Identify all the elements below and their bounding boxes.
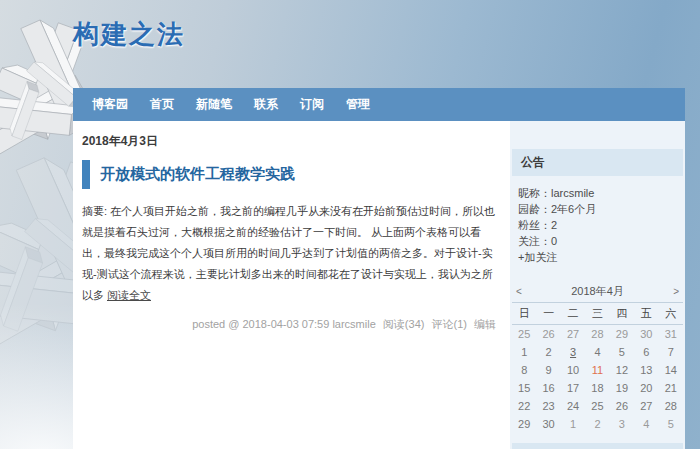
post-summary: 摘要: 在个人项目开始之前，我之前的编程几乎从来没有在开始前预估过时间，所以也就… — [82, 201, 500, 306]
calendar-day: 3 — [610, 415, 634, 433]
calendar-day: 16 — [536, 379, 560, 397]
calendar-day: 30 — [536, 415, 560, 433]
calendar-day: 4 — [634, 415, 658, 433]
follow-link[interactable]: +加关注 — [518, 249, 557, 265]
nav-item-home[interactable]: 首页 — [150, 96, 174, 113]
calendar-day: 29 — [610, 325, 634, 343]
calendar-day: 23 — [536, 397, 560, 415]
comments-link[interactable]: 评论(1) — [431, 318, 466, 330]
read-more-link[interactable]: 阅读全文 — [107, 289, 151, 301]
sidebar: 公告 昵称：larcsmile园龄：2年6个月粉丝：2关注：0+加关注 < 20… — [510, 121, 685, 449]
calendar-day: 12 — [610, 361, 634, 379]
calendar-day: 25 — [512, 325, 536, 343]
calendar-day: 31 — [659, 325, 683, 343]
calendar-day: 26 — [610, 397, 634, 415]
nav-item-new-post[interactable]: 新随笔 — [196, 96, 232, 113]
calendar-day: 27 — [634, 397, 658, 415]
edit-link[interactable]: 编辑 — [474, 318, 496, 330]
calendar-day: 9 — [536, 361, 560, 379]
calendar-day: 21 — [659, 379, 683, 397]
notice-section: 公告 昵称：larcsmile园龄：2年6个月粉丝：2关注：0+加关注 — [512, 149, 683, 273]
calendar-day: 25 — [585, 397, 609, 415]
calendar-title: 2018年4月 — [528, 284, 667, 299]
calendar-day: 4 — [585, 343, 609, 361]
calendar-day: 7 — [659, 343, 683, 361]
calendar-day: 24 — [561, 397, 585, 415]
notice-row-fans: 粉丝：2 — [518, 217, 677, 233]
calendar-day: 22 — [512, 397, 536, 415]
calendar-day: 5 — [610, 343, 634, 361]
calendar-prev-button[interactable]: < — [516, 286, 528, 297]
blog-header: 构建之法 — [73, 0, 685, 88]
notice-title: 公告 — [512, 149, 683, 176]
calendar-day: 19 — [610, 379, 634, 397]
notice-row-following: 关注：0 — [518, 233, 677, 249]
calendar-day: 15 — [512, 379, 536, 397]
calendar-next-button[interactable]: > — [667, 286, 679, 297]
calendar-day: 2 — [536, 343, 560, 361]
page-container: 构建之法 博客园首页新随笔联系订阅管理 2018年4月3日 开放模式的软件工程教… — [73, 0, 685, 449]
post-meta: posted @ 2018-04-03 07:59 larcsmile 阅读(3… — [82, 317, 500, 332]
calendar-grid: 2526272829303112345678910111213141516171… — [512, 325, 683, 433]
nav-bar: 博客园首页新随笔联系订阅管理 — [73, 88, 685, 121]
calendar-day: 6 — [634, 343, 658, 361]
calendar-day: 28 — [659, 397, 683, 415]
calendar-weekday: 一 — [536, 306, 560, 321]
calendar-section: < 2018年4月 > 日一二三四五六 25262728293031123456… — [512, 281, 683, 433]
calendar-day: 13 — [634, 361, 658, 379]
main-column: 2018年4月3日 开放模式的软件工程教学实践 摘要: 在个人项目开始之前，我之… — [73, 121, 510, 449]
calendar-day: 2 — [585, 415, 609, 433]
calendar-weekday: 五 — [634, 306, 658, 321]
calendar-nav: < 2018年4月 > — [512, 281, 683, 302]
post-summary-text: 摘要: 在个人项目开始之前，我之前的编程几乎从来没有在开始前预估过时间，所以也就… — [82, 205, 495, 301]
calendar-day: 20 — [634, 379, 658, 397]
calendar-day: 28 — [585, 325, 609, 343]
calendar-weekdays: 日一二三四五六 — [512, 302, 683, 325]
nav-item-manage[interactable]: 管理 — [346, 96, 370, 113]
blog-title[interactable]: 构建之法 — [73, 0, 185, 52]
calendar-day: 1 — [512, 343, 536, 361]
nav-item-subscribe[interactable]: 订阅 — [300, 96, 324, 113]
search-section: 搜索 找找看 谷歌搜索 — [512, 443, 683, 449]
calendar-day: 5 — [659, 415, 683, 433]
calendar-day[interactable]: 3 — [561, 343, 585, 361]
calendar-day: 17 — [561, 379, 585, 397]
calendar-day: 29 — [512, 415, 536, 433]
search-title: 搜索 — [512, 443, 683, 449]
calendar-weekday: 日 — [512, 306, 536, 321]
calendar-day: 18 — [585, 379, 609, 397]
reads-link[interactable]: 阅读(34) — [383, 318, 425, 330]
nav-item-blog-home[interactable]: 博客园 — [92, 96, 128, 113]
calendar-day: 14 — [659, 361, 683, 379]
content-area: 2018年4月3日 开放模式的软件工程教学实践 摘要: 在个人项目开始之前，我之… — [73, 121, 685, 449]
post-title-link[interactable]: 开放模式的软件工程教学实践 — [100, 165, 295, 184]
calendar-weekday: 三 — [585, 306, 609, 321]
calendar-weekday: 二 — [561, 306, 585, 321]
calendar-day: 26 — [536, 325, 560, 343]
calendar-weekday: 四 — [610, 306, 634, 321]
calendar-day: 8 — [512, 361, 536, 379]
post-title-accent-bar — [82, 160, 90, 189]
post-meta-prefix: posted @ 2018-04-03 07:59 larcsmile — [192, 318, 376, 330]
notice-row-nickname: 昵称：larcsmile — [518, 185, 677, 201]
calendar-day: 10 — [561, 361, 585, 379]
calendar-day: 11 — [585, 361, 609, 379]
calendar-day: 30 — [634, 325, 658, 343]
nav-item-contact[interactable]: 联系 — [254, 96, 278, 113]
calendar-weekday: 六 — [659, 306, 683, 321]
calendar-day: 1 — [561, 415, 585, 433]
post-date-heading[interactable]: 2018年4月3日 — [82, 133, 500, 150]
notice-row-age: 园龄：2年6个月 — [518, 201, 677, 217]
calendar-day: 27 — [561, 325, 585, 343]
notice-body: 昵称：larcsmile园龄：2年6个月粉丝：2关注：0+加关注 — [512, 176, 683, 273]
post-title-row: 开放模式的软件工程教学实践 — [82, 160, 500, 189]
